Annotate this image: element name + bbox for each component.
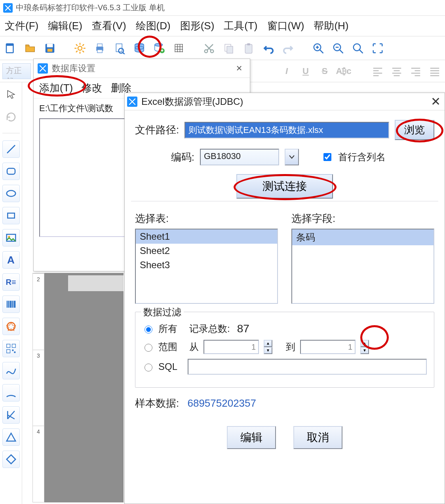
pointer-tool[interactable] [2,86,20,104]
spinner-from[interactable]: ▲▼ [264,340,272,354]
range-to-input[interactable] [300,340,356,354]
align-left-button[interactable] [370,63,386,79]
main-toolbar [0,36,445,60]
db-add-menu[interactable]: 添加(T) [39,81,73,95]
underline-button[interactable]: U [298,63,314,79]
menu-shape[interactable]: 图形(S) [180,19,215,33]
redo-button[interactable] [280,40,296,56]
filter-range-radio[interactable] [145,344,152,352]
round-rect-tool[interactable] [2,163,20,180]
range-to-label: 到 [286,341,295,353]
corner-icon [5,409,17,421]
text-tool[interactable]: A [2,251,20,269]
curve-tool[interactable] [2,362,20,379]
svg-rect-15 [97,44,103,47]
align-center-button[interactable] [389,63,405,79]
italic-button[interactable]: I [279,63,295,79]
range-from-input[interactable] [203,340,259,354]
print-button[interactable] [92,40,108,56]
list-item[interactable]: Sheet3 [136,258,277,272]
diamond-tool[interactable] [2,451,20,468]
encoding-dropdown-button[interactable] [285,149,299,165]
ellipse-tool[interactable] [2,185,20,202]
new-file-button[interactable] [2,40,18,56]
chevron-down-icon [289,155,295,159]
rect-tool[interactable] [2,207,20,224]
open-file-button[interactable] [22,40,38,56]
abc-button[interactable]: A₿c [336,63,352,79]
menu-help[interactable]: 帮助(H) [314,19,348,33]
zoom-fit-button[interactable] [350,40,366,56]
table-listbox[interactable]: Sheet1 Sheet2 Sheet3 [135,229,278,304]
spinner-to[interactable]: ▲▼ [360,340,369,354]
font-selector[interactable]: 方正舒 [2,63,31,79]
list-item[interactable]: Sheet2 [136,244,277,258]
field-listbox[interactable]: 条码 [291,229,434,304]
test-connection-button[interactable]: 测试连接 [236,174,333,199]
barcode-tool[interactable] [2,296,20,313]
svg-rect-3 [47,44,53,47]
undo-button[interactable] [261,40,276,56]
canvas-area[interactable] [44,273,124,502]
spin-down-icon[interactable]: ▼ [264,347,272,354]
settings-button[interactable] [72,40,88,56]
cut-button[interactable] [201,40,217,56]
strike-button[interactable]: S [317,63,333,79]
grid-button[interactable] [171,40,187,56]
close-button[interactable]: × [232,62,246,74]
list-item[interactable]: Sheet1 [136,229,277,244]
browse-button[interactable]: 浏览 [395,120,434,140]
menu-draw[interactable]: 绘图(D) [136,19,171,33]
close-button[interactable]: ✕ [431,95,441,108]
menu-tool[interactable]: 工具(T) [224,19,257,33]
image-tool[interactable] [2,229,20,246]
menu-edit[interactable]: 编辑(E) [48,19,82,33]
spin-down-icon[interactable]: ▼ [360,347,369,354]
preview-button[interactable] [112,40,127,56]
line-tool[interactable] [2,140,20,158]
filter-sql-radio[interactable] [145,364,152,371]
separator [2,133,20,133]
sql-input[interactable] [188,359,427,375]
shape-K-tool[interactable] [2,406,20,424]
round-rect-icon [5,165,17,177]
cancel-button[interactable]: 取消 [293,426,342,449]
paste-button[interactable] [241,40,257,56]
encoding-label: 编码: [135,150,194,164]
paste-icon [243,42,255,54]
arc-tool[interactable] [2,384,20,402]
zoom-region-button[interactable] [370,40,386,56]
encoding-select[interactable]: GB18030 [200,149,279,165]
richtext-tool[interactable]: R≡ [2,273,20,291]
menu-window[interactable]: 窗口(W) [267,19,304,33]
menu-file[interactable]: 文件(F) [5,19,38,33]
align-justify-button[interactable] [427,63,443,79]
filter-all-radio[interactable] [145,326,152,333]
database-add-button[interactable] [151,40,167,56]
edit-button[interactable]: 编辑 [227,426,276,449]
first-row-checkbox[interactable] [323,153,331,161]
letter-a-icon: A [7,254,15,266]
crosshair-icon [372,42,384,54]
zoom-out-button[interactable] [330,40,346,56]
scissors-icon [203,42,215,54]
polygon-tool[interactable] [2,318,20,335]
rotate-tool[interactable] [2,108,20,126]
triangle-icon [5,431,17,443]
qrcode-icon [5,343,17,354]
database-button[interactable] [131,40,147,56]
save-button[interactable] [42,40,58,56]
spin-up-icon[interactable]: ▲ [264,340,272,347]
spin-up-icon[interactable]: ▲ [360,340,369,347]
excel-jdbc-dialog: Excel数据源管理(JDBC) ✕ 文件路径: 则试数据\测试EAN13条码数… [124,93,445,504]
zoom-icon [352,42,364,54]
triangle-tool[interactable] [2,428,20,446]
copy-button[interactable] [221,40,237,56]
zoom-in-button[interactable] [310,40,326,56]
db-modify-menu[interactable]: 修改 [82,81,102,95]
align-right-button[interactable] [408,63,424,79]
menu-view[interactable]: 查看(V) [92,19,126,33]
qrcode-tool[interactable] [2,340,20,357]
list-item[interactable]: 条码 [292,229,434,245]
file-path-input[interactable]: 则试数据\测试EAN13条码数据.xlsx [184,122,389,138]
